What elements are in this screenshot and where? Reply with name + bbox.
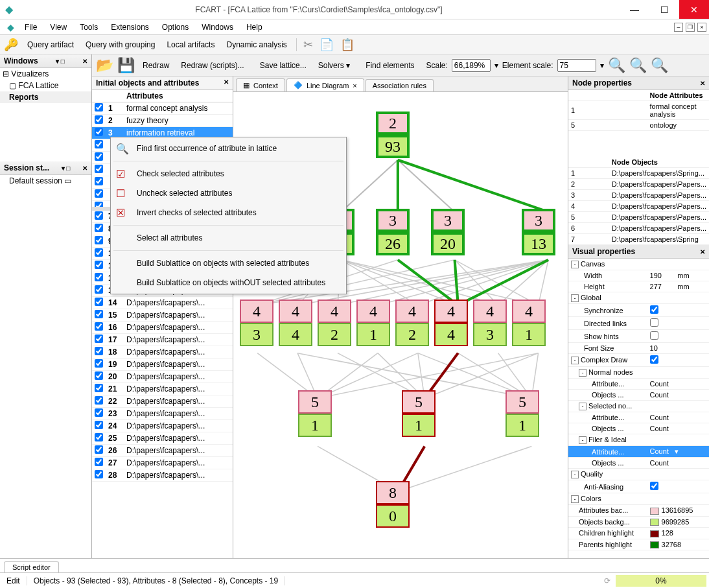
- minimize-button[interactable]: —: [620, 0, 649, 19]
- tree-vizualizers[interactable]: ⊟ Vizualizers: [0, 68, 91, 80]
- ctx-check[interactable]: ☑Check selected attributes: [111, 164, 346, 183]
- lattice-node[interactable]: 44: [434, 300, 468, 346]
- object-checkbox[interactable]: [95, 211, 103, 220]
- attribute-checkbox[interactable]: [95, 128, 103, 136]
- ctx-uncheck[interactable]: ☐Uncheck selected attributes: [111, 183, 346, 203]
- ctx-invert[interactable]: ☒Invert checks of selected attributes: [111, 203, 346, 222]
- ctx-build-without[interactable]: Build Sublattice on objects withOUT sele…: [111, 273, 346, 292]
- tree-fca-lattice[interactable]: ▢ FCA Lattice: [0, 80, 91, 91]
- lattice-node[interactable]: 42: [395, 300, 429, 346]
- cut-icon[interactable]: ✂: [303, 38, 313, 52]
- lattice-node[interactable]: 293: [376, 112, 410, 158]
- object-checkbox[interactable]: [95, 273, 103, 281]
- object-checkbox[interactable]: [95, 470, 103, 478]
- attribute-checkbox[interactable]: [95, 103, 103, 112]
- lattice-node[interactable]: 80: [376, 481, 410, 528]
- object-row[interactable]: 17D:\papers\fcapapers\...: [92, 334, 233, 346]
- scale-input[interactable]: [452, 59, 491, 72]
- object-row[interactable]: 27D:\papers\fcapapers\...: [92, 457, 233, 469]
- lattice-node[interactable]: 313: [522, 209, 555, 255]
- object-checkbox[interactable]: [95, 335, 103, 343]
- lattice-node[interactable]: 51: [506, 390, 539, 437]
- object-checkbox[interactable]: [95, 261, 103, 269]
- zoom-in-icon[interactable]: 🔍: [629, 57, 647, 74]
- object-checkbox[interactable]: [95, 298, 103, 306]
- btn-redraw-scripts[interactable]: Redraw (scripts)...: [177, 60, 248, 71]
- lattice-node[interactable]: 320: [431, 209, 465, 255]
- windows-close-icon[interactable]: ✕: [82, 58, 87, 65]
- object-row[interactable]: 20D:\papers\fcapapers\...: [92, 371, 233, 383]
- mdi-close-icon[interactable]: ×: [697, 23, 706, 32]
- object-checkbox[interactable]: [95, 371, 103, 380]
- object-row[interactable]: 24D:\papers\fcapapers\...: [92, 420, 233, 432]
- lattice-node[interactable]: 43: [473, 300, 507, 346]
- lattice-node[interactable]: 44: [279, 300, 312, 346]
- object-row[interactable]: 16D:\papers\fcapapers\...: [92, 322, 233, 334]
- lattice-node[interactable]: 51: [402, 390, 436, 437]
- object-checkbox[interactable]: [95, 359, 103, 368]
- menu-file[interactable]: File: [18, 19, 43, 34]
- object-checkbox[interactable]: [95, 322, 103, 331]
- maximize-button[interactable]: ☐: [649, 0, 679, 19]
- object-row[interactable]: 22D:\papers\fcapapers\...: [92, 395, 233, 408]
- tree-reports[interactable]: Reports: [0, 91, 91, 103]
- btn-query-artifact[interactable]: Query artifact: [25, 39, 76, 51]
- btn-save-lattice[interactable]: Save lattice...: [256, 60, 310, 71]
- menu-windows[interactable]: Windows: [195, 19, 240, 34]
- tab-context[interactable]: ▦ Context: [236, 78, 285, 91]
- elscale-input[interactable]: [557, 59, 596, 72]
- lattice-node[interactable]: 42: [318, 300, 351, 346]
- btn-query-grouping[interactable]: Query with grouping: [83, 39, 157, 51]
- save-icon[interactable]: 💾: [117, 57, 135, 74]
- chk-complex[interactable]: [650, 355, 658, 364]
- object-checkbox[interactable]: [95, 248, 103, 257]
- object-checkbox[interactable]: [95, 396, 103, 405]
- paste-icon[interactable]: 📋: [340, 38, 354, 52]
- btn-redraw[interactable]: Redraw: [139, 60, 173, 71]
- btn-local-artifacts[interactable]: Local artifacts: [164, 39, 217, 51]
- menu-options[interactable]: Options: [156, 19, 195, 34]
- menu-help[interactable]: Help: [240, 19, 269, 34]
- tab-close-icon[interactable]: ×: [353, 82, 356, 89]
- object-checkbox[interactable]: [95, 236, 103, 244]
- mdi-restore-icon[interactable]: ❐: [686, 23, 695, 32]
- object-row[interactable]: 28D:\papers\fcapapers\...: [92, 469, 233, 482]
- tree-default-session[interactable]: Default session ▭: [0, 175, 91, 187]
- btn-solvers[interactable]: Solvers ▾: [314, 60, 354, 71]
- object-checkbox[interactable]: [95, 347, 103, 355]
- menu-view[interactable]: View: [43, 19, 73, 34]
- attribute-checkbox[interactable]: [95, 115, 103, 124]
- btn-dynamic-analysis[interactable]: Dynamic analysis: [224, 39, 289, 51]
- chk-sync[interactable]: [650, 305, 658, 314]
- chk-dir[interactable]: [650, 318, 658, 327]
- object-row[interactable]: 14D:\papers\fcapapers\...: [92, 297, 233, 309]
- lattice-node[interactable]: 51: [298, 390, 332, 437]
- lattice-node[interactable]: 43: [240, 300, 273, 346]
- object-checkbox[interactable]: [95, 224, 103, 232]
- object-checkbox[interactable]: [95, 285, 103, 294]
- copy-icon[interactable]: 📄: [320, 38, 334, 52]
- visprops-close-icon[interactable]: ✕: [700, 248, 705, 255]
- object-row[interactable]: 19D:\papers\fcapapers\...: [92, 359, 233, 371]
- attribute-row[interactable]: 2fuzzy theory: [92, 115, 233, 127]
- menu-tools[interactable]: Tools: [73, 19, 104, 34]
- lattice-node[interactable]: 41: [356, 300, 390, 346]
- tab-script-editor[interactable]: Script editor: [4, 561, 59, 572]
- btn-find-elements[interactable]: Find elements: [362, 60, 418, 71]
- tab-association-rules[interactable]: Association rules: [366, 79, 434, 91]
- object-checkbox[interactable]: [95, 421, 103, 429]
- objattr-close-icon[interactable]: ✕: [224, 78, 229, 88]
- object-checkbox[interactable]: [95, 310, 103, 318]
- ctx-select-all[interactable]: Select all attributes: [111, 228, 346, 248]
- object-checkbox[interactable]: [95, 408, 103, 417]
- zoom-fit-icon[interactable]: 🔍: [651, 57, 668, 74]
- object-checkbox[interactable]: [95, 433, 103, 441]
- object-row[interactable]: 26D:\papers\fcapapers\...: [92, 445, 233, 457]
- object-row[interactable]: 15D:\papers\fcapapers\...: [92, 309, 233, 322]
- chk-aa[interactable]: [650, 482, 658, 490]
- mdi-minimize-icon[interactable]: –: [674, 23, 683, 32]
- object-row[interactable]: 18D:\papers\fcapapers\...: [92, 346, 233, 359]
- object-checkbox[interactable]: [95, 445, 103, 454]
- ctx-find[interactable]: 🔍Find first occurrence of attribute in l…: [111, 139, 346, 158]
- session-close-icon[interactable]: ✕: [82, 165, 87, 172]
